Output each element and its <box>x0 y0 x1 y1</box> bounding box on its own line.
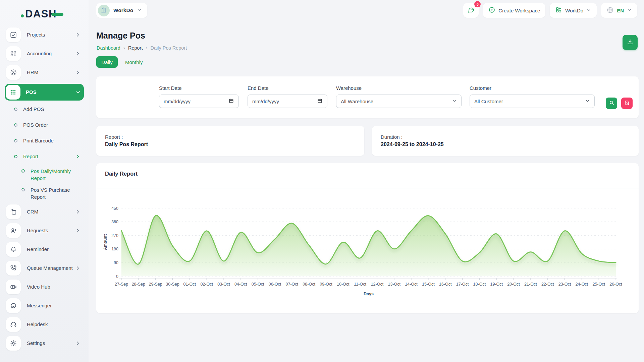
messages-button[interactable]: 0 <box>463 3 479 18</box>
end-date-input[interactable]: mm/dd/yyyy <box>248 95 327 108</box>
download-button[interactable] <box>623 35 638 50</box>
workspace-name: WorkDo <box>113 7 133 13</box>
svg-text:90: 90 <box>114 260 118 265</box>
end-date-placeholder: mm/dd/yyyy <box>252 99 279 104</box>
sidebar-item-settings[interactable]: Settings <box>6 336 83 351</box>
svg-text:13-Oct: 13-Oct <box>388 282 400 287</box>
sidebar-item-report[interactable]: Report <box>14 151 83 162</box>
duration-label: Duration : <box>381 134 402 140</box>
svg-text:Amount: Amount <box>103 234 108 250</box>
start-date-input[interactable]: mm/dd/yyyy <box>159 95 239 108</box>
disc-icon <box>21 169 25 173</box>
report-info-card: Report : Daily Pos Report <box>96 126 364 156</box>
sidebar-item-label: CRM <box>27 209 75 215</box>
svg-text:18-Oct: 18-Oct <box>473 282 486 287</box>
daily-report-card: Daily Report 09018027036045027-Sep28-Sep… <box>96 163 639 313</box>
sidebar-item-hrm[interactable]: HRM <box>6 65 83 80</box>
search-icon <box>609 100 614 107</box>
grid-plus-icon <box>555 6 562 14</box>
chevron-down-icon <box>75 89 81 95</box>
sidebar-item-pos-order[interactable]: POS Order <box>14 120 83 130</box>
daily-report-chart: 09018027036045027-Sep28-Sep29-Sep30-Sep0… <box>96 163 639 313</box>
customer-select[interactable]: All Customer <box>470 95 595 108</box>
chevron-right-icon <box>75 209 80 215</box>
svg-text:01-Oct: 01-Oct <box>183 282 196 287</box>
workdo-menu-button[interactable]: WorkDo <box>550 3 597 18</box>
sidebar-item-messenger[interactable]: Messenger <box>6 298 83 313</box>
headset-icon <box>6 317 21 332</box>
sidebar-item-pos-vs-purchase-report[interactable]: Pos VS Purchase Report <box>21 186 83 200</box>
chevron-right-icon: › <box>123 45 125 51</box>
download-icon <box>627 38 634 47</box>
sidebar-item-label: HRM <box>27 69 75 75</box>
sidebar-item-requests[interactable]: Requests <box>6 223 83 238</box>
workspace-avatar <box>98 5 110 16</box>
duration-value: 2024-09-25 to 2024-10-25 <box>381 141 444 147</box>
create-workspace-label: Create Workspace <box>498 8 540 13</box>
svg-text:16-Oct: 16-Oct <box>439 282 452 287</box>
sidebar-item-label: Pos VS Purchase Report <box>31 186 81 200</box>
warehouse-select[interactable]: All Warehouse <box>336 95 462 108</box>
sidebar-item-label: Reminder <box>27 246 83 252</box>
breadcrumb-dashboard[interactable]: Dashboard <box>97 45 120 51</box>
svg-text:05-Oct: 05-Oct <box>252 282 264 287</box>
sidebar-item-pos[interactable]: POS <box>5 84 84 101</box>
chevron-right-icon <box>75 154 80 159</box>
sidebar-item-label: Queue Management <box>27 265 75 271</box>
svg-text:27-Sep: 27-Sep <box>115 282 128 287</box>
sidebar: DASH ProjectsAccountingHRMPOSAdd POSPOS … <box>0 0 89 362</box>
sidebar-item-accounting[interactable]: Accounting <box>6 46 83 61</box>
page-title: Manage Pos <box>96 31 145 41</box>
end-date-label: End Date <box>248 85 327 91</box>
language-button[interactable]: EN <box>601 3 637 18</box>
sidebar-item-label: Settings <box>27 340 75 346</box>
chevron-down-icon <box>452 98 457 104</box>
sidebar-item-label: Requests <box>27 228 75 234</box>
sidebar-item-crm[interactable]: CRM <box>6 204 83 219</box>
sidebar-item-queue-management[interactable]: Queue Management <box>6 261 83 276</box>
svg-text:17-Oct: 17-Oct <box>456 282 469 287</box>
sidebar-item-label: Video Hub <box>27 284 83 290</box>
tab-daily[interactable]: Daily <box>96 56 118 68</box>
disc-icon <box>13 154 18 159</box>
sidebar-item-pos-daily-monthly-report[interactable]: Pos Daily/Monthly Report <box>21 167 83 182</box>
svg-text:0: 0 <box>116 274 118 279</box>
chevron-right-icon: › <box>146 45 147 51</box>
svg-text:24-Oct: 24-Oct <box>576 282 588 287</box>
disc-icon <box>21 187 25 192</box>
disc-icon <box>13 107 18 112</box>
search-button[interactable] <box>606 98 617 109</box>
sidebar-item-video-hub[interactable]: Video Hub <box>6 280 83 294</box>
svg-text:26-Oct: 26-Oct <box>609 282 622 287</box>
sidebar-item-add-pos[interactable]: Add POS <box>14 104 83 115</box>
brand-logo[interactable]: DASH <box>21 8 63 20</box>
sidebar-item-label: Pos Daily/Monthly Report <box>31 168 81 182</box>
sidebar-item-projects[interactable]: Projects <box>6 27 83 42</box>
reset-button[interactable] <box>621 98 633 109</box>
svg-text:19-Oct: 19-Oct <box>490 282 503 287</box>
warehouse-value: All Warehouse <box>341 99 373 104</box>
svg-text:07-Oct: 07-Oct <box>286 282 299 287</box>
breadcrumb-current: Daily Pos Report <box>150 45 187 51</box>
chevron-right-icon <box>75 341 80 346</box>
disc-icon <box>13 138 18 143</box>
sidebar-item-label: Accounting <box>27 51 75 57</box>
tab-monthly[interactable]: Monthly <box>125 59 143 65</box>
svg-text:03-Oct: 03-Oct <box>217 282 230 287</box>
sidebar-item-helpdesk[interactable]: Helpdesk <box>6 317 83 332</box>
bell-icon <box>6 242 21 257</box>
sidebar-item-label: POS Order <box>23 122 83 128</box>
breadcrumb-report[interactable]: Report <box>128 45 143 51</box>
create-workspace-button[interactable]: Create Workspace <box>483 3 545 18</box>
chat-bubble-icon <box>467 6 475 15</box>
svg-text:04-Oct: 04-Oct <box>234 282 247 287</box>
chevron-right-icon <box>75 70 80 75</box>
svg-text:25-Oct: 25-Oct <box>592 282 605 287</box>
sidebar-item-reminder[interactable]: Reminder <box>6 242 83 257</box>
plus-circle-icon <box>488 6 495 14</box>
workspace-switcher[interactable]: WorkDo <box>96 3 147 18</box>
sidebar-item-print-barcode[interactable]: Print Barcode <box>14 135 83 146</box>
filter-card: Start Date mm/dd/yyyy End Date mm/dd/yyy… <box>96 76 639 118</box>
gear-icon <box>6 336 21 351</box>
svg-text:12-Oct: 12-Oct <box>371 282 384 287</box>
